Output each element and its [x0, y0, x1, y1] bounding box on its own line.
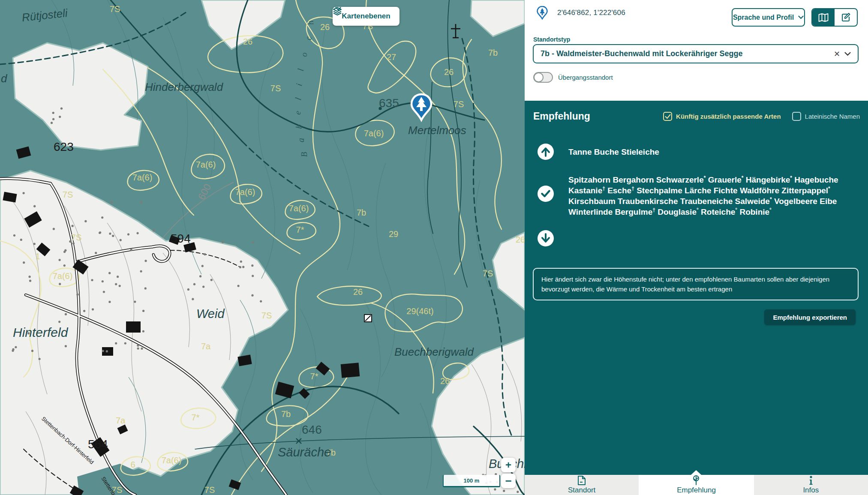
zoom-in-button[interactable]: +: [501, 458, 516, 472]
standorttyp-label: Standortstyp: [533, 36, 570, 43]
elevation-label: 623: [54, 140, 74, 153]
arrow-up-circle-icon: [538, 144, 554, 160]
elevation-label: 646: [302, 423, 322, 436]
tree-app: 7S26267S277b267S7S7a(6)7a(6)7a(6)7S7a(6)…: [0, 0, 868, 495]
stand-type-label: 7b: [488, 48, 498, 57]
stand-type-label: 7S: [454, 99, 464, 109]
side-panel: 2'646'862, 1'222'606 Sprache und Profil: [525, 0, 868, 495]
stand-type-label: 29(46t): [406, 306, 433, 316]
stand-type-label: 26: [516, 235, 525, 244]
species-item: Kastanie†: [568, 186, 605, 195]
edit-pencil-icon: [841, 13, 850, 22]
elevation-label: 635: [379, 96, 399, 110]
map-svg: 7S26267S277b267S7S7a(6)7a(6)7a(6)7S7a(6)…: [0, 0, 525, 495]
scale-label: 100 m: [464, 477, 480, 484]
stand-type-label: 7S: [204, 485, 215, 495]
checkbox-checked-icon: [663, 112, 672, 121]
map-scale-bar: 100 m: [443, 475, 500, 487]
stand-type-label: 7a(6): [196, 160, 216, 169]
stream-name-letter: a: [296, 138, 306, 142]
clear-icon[interactable]: ✕: [829, 49, 844, 59]
map-layers-label: Kartenebenen: [342, 12, 390, 21]
species-item: Robinie°: [739, 207, 771, 216]
demoted-species-row: [538, 230, 554, 246]
active-tab-notch: [691, 470, 701, 475]
tab-infos[interactable]: Infos: [754, 475, 868, 495]
stand-type-label: 7a(6): [289, 204, 309, 213]
stand-type-label: 7S: [261, 311, 272, 320]
language-profile-label: Sprache und Profil: [733, 14, 794, 21]
stream-name-letter: o: [299, 52, 309, 57]
coordinates-row: 2'646'862, 1'222'606: [537, 6, 625, 20]
stand-type-label: 7S: [63, 190, 73, 199]
stand-type-label: 7*: [310, 372, 318, 381]
map-icon: [818, 13, 829, 22]
stand-type-label: 7a: [201, 342, 211, 351]
place-name-label: Hinderbergwald: [145, 81, 224, 93]
species-item: Eibe: [820, 197, 837, 206]
checkbox-unchecked-icon: [792, 112, 801, 121]
uebergang-label: Übergangsstandort: [558, 74, 613, 81]
place-name-label: Mertelmoos: [408, 124, 466, 137]
standorttyp-value: 7b - Waldmeister-Buchenwald mit Lockeräh…: [541, 49, 829, 58]
latin-names-label: Lateinische Namen: [805, 113, 860, 120]
latin-names-checkbox[interactable]: Lateinische Namen: [792, 112, 860, 121]
species-item: Esche†: [607, 186, 634, 195]
future-species-checkbox[interactable]: Künftig zusätzlich passende Arten: [663, 112, 781, 121]
location-pin-icon: [537, 6, 548, 20]
stand-type-label: 7a(6): [364, 129, 384, 138]
symbol-square: [364, 315, 372, 322]
info-icon: [809, 475, 813, 486]
map-layers-button[interactable]: Kartenebenen: [333, 7, 399, 26]
suitable-species-list: Spitzahorn Bergahorn Schwarzerle* Grauer…: [568, 174, 856, 217]
stand-type-label: 7b: [357, 208, 366, 217]
zoom-out-button[interactable]: −: [501, 474, 516, 488]
place-name-label: Hinterfeld: [13, 325, 69, 339]
standorttyp-select[interactable]: 7b - Waldmeister-Buchenwald mit Lockeräh…: [533, 44, 859, 63]
tab-standort[interactable]: Standort: [525, 475, 639, 495]
species-item: Waldföhre: [740, 186, 779, 195]
uebergang-toggle[interactable]: [533, 72, 553, 83]
stream-name-letter: b: [294, 124, 304, 129]
species-item: Traubeneiche: [680, 197, 733, 206]
uebergang-row: Übergangsstandort: [533, 72, 613, 83]
check-circle-icon: [538, 186, 554, 202]
promoted-species-list: Tanne Buche Stieleiche: [568, 147, 826, 157]
recommendation-section: Empfehlung Künftig zusätzlich passende A…: [525, 101, 868, 475]
species-item: Stechpalme: [637, 186, 682, 195]
species-item: Spitzahorn: [568, 175, 610, 184]
species-item: Grauerle*: [708, 175, 744, 184]
view-switcher: [811, 8, 858, 27]
stand-type-label: 7S: [270, 84, 281, 93]
stand-type-label: 6: [130, 460, 135, 469]
place-name-label: Säuräche: [278, 445, 331, 459]
chevron-down-icon: [335, 7, 341, 11]
panel-header: 2'646'862, 1'222'606 Sprache und Profil: [525, 0, 868, 101]
promoted-species-row: Tanne Buche Stieleiche: [538, 144, 826, 160]
language-profile-button[interactable]: Sprache und Profil: [732, 8, 805, 27]
stand-type-label: 27: [387, 52, 396, 62]
toggle-knob: [534, 72, 544, 82]
stand-type-label: 7S: [71, 233, 81, 242]
map-canvas[interactable]: 7S26267S277b267S7S7a(6)7a(6)7a(6)7S7a(6)…: [0, 0, 525, 495]
tab-empfehlung[interactable]: Empfehlung: [639, 475, 753, 495]
arrow-down-circle-icon: [538, 230, 554, 246]
place-name-label: Weid: [196, 307, 225, 321]
species-item: Vogelbeere: [774, 197, 817, 206]
stand-type-label: 7a(6): [235, 187, 255, 197]
chevron-down-icon: [798, 15, 804, 19]
stand-type-label: 7*: [192, 413, 200, 422]
stand-type-label: 7a(6): [162, 456, 182, 465]
edit-view-button[interactable]: [835, 9, 857, 26]
place-name-label: Buechberigwald: [394, 345, 475, 358]
document-icon: [577, 475, 586, 486]
stand-type-label: 7b: [281, 409, 291, 419]
stand-type-label: 29: [389, 229, 398, 239]
species-item: Lärche: [685, 186, 711, 195]
export-recommendation-button[interactable]: Empfehlung exportieren: [764, 309, 856, 325]
stand-type-label: 26: [320, 22, 330, 32]
map-view-button[interactable]: [812, 9, 835, 26]
stand-type-label: 7S: [110, 4, 120, 14]
chevron-down-icon[interactable]: [844, 52, 851, 56]
stand-type-label: 26: [440, 376, 450, 386]
